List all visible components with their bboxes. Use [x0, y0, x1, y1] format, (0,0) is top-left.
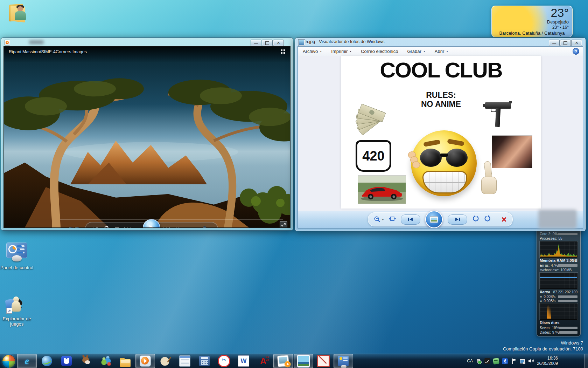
- stop-icon[interactable]: [112, 224, 122, 228]
- bluetooth-icon[interactable]: [502, 358, 508, 364]
- high-low-range: 23° - 16°: [552, 25, 569, 30]
- system-monitor-gadget[interactable]: Core 2: 0% Processes: 55 Memòria RAM 3.0…: [537, 224, 581, 336]
- uzi-gun-image: [484, 97, 513, 131]
- taskbar-button-explorer[interactable]: [116, 354, 135, 368]
- language-indicator[interactable]: CA: [467, 359, 473, 363]
- menu-archivo[interactable]: Archivo▼: [303, 49, 322, 54]
- rotate-ccw-icon[interactable]: [472, 215, 479, 224]
- ram-top-process: svchost.exe:: [540, 268, 559, 272]
- chevron-down-icon: ▼: [382, 218, 384, 221]
- minimize-button[interactable]: —: [549, 40, 560, 46]
- rotate-cw-icon[interactable]: [484, 215, 491, 224]
- next-icon[interactable]: [161, 224, 172, 228]
- show-desktop-button[interactable]: [584, 354, 588, 368]
- taskbar-button-internet-explorer[interactable]: e: [17, 354, 37, 368]
- maximize-button[interactable]: [560, 40, 571, 46]
- desktop-icon-games-explorer[interactable]: ♠ ↗ Explorador de juegos: [0, 294, 34, 327]
- taskbar-button-photo-gallery[interactable]: [273, 354, 293, 368]
- previous-image-button[interactable]: [401, 214, 420, 225]
- menu-grabar[interactable]: Grabar▼: [407, 49, 425, 54]
- safely-remove-hardware-icon[interactable]: [476, 358, 482, 364]
- taskbar-button-notepad[interactable]: [175, 354, 194, 368]
- thumbs-up-image: [481, 161, 497, 194]
- wireless-signal-icon[interactable]: [484, 358, 490, 364]
- zoom-icon[interactable]: + ▼: [374, 216, 384, 223]
- user-folder-icon: [7, 4, 29, 25]
- upload-icon: ∧: [540, 299, 542, 303]
- chevron-down-icon: ▼: [349, 50, 352, 53]
- next-image-button[interactable]: [448, 214, 467, 225]
- internet-explorer-icon: e: [22, 356, 32, 366]
- taskbar-button-messenger[interactable]: [96, 354, 115, 368]
- network-title: Xarxa: [540, 290, 550, 294]
- previous-icon[interactable]: [122, 224, 133, 228]
- taskbar-button-desktop-gadgets[interactable]: [334, 354, 353, 368]
- close-button[interactable]: ✕: [571, 40, 582, 46]
- disk2-value: 97%: [552, 330, 559, 334]
- menu-abrir[interactable]: Abrir▼: [435, 49, 448, 54]
- menu-correo-electronico[interactable]: Correo electrónico: [361, 49, 398, 54]
- taskbar-clock[interactable]: 16:36 26/05/2009: [537, 356, 558, 366]
- taskbar-button-autocad[interactable]: A20 10: [254, 354, 273, 368]
- photo-viewer-titlebar[interactable]: 5.jpg - Visualizador de fotos de Windows…: [295, 38, 586, 46]
- switch-to-library-icon[interactable]: [281, 49, 285, 54]
- play-icon: [149, 225, 154, 228]
- taskbar-button-picture-manager[interactable]: [314, 354, 333, 368]
- processes-value: 55: [558, 237, 562, 240]
- taskbar-button-vuze[interactable]: [57, 354, 76, 368]
- volume-icon[interactable]: [172, 224, 182, 228]
- system-tray: CA 16:36 26/05/2009: [467, 354, 558, 368]
- disks-title: Discs durs: [540, 321, 559, 325]
- network-graph: [540, 304, 578, 320]
- coastal-photo: [4, 47, 290, 227]
- green-globe-browser-icon: [42, 356, 52, 366]
- time: 16:36: [537, 356, 558, 361]
- taskbar-button-photo-viewer[interactable]: [294, 354, 313, 368]
- elapsed-time: 00:00: [69, 226, 79, 228]
- media-player-titlebar[interactable]: — ✕: [1, 38, 293, 46]
- svg-text:+: +: [376, 217, 378, 220]
- weather-gadget[interactable]: 23° Despejado 23° - 16° Barcelona, Catal…: [491, 6, 573, 37]
- seek-bar[interactable]: [60, 219, 283, 220]
- windows-media-player-icon: [140, 355, 151, 367]
- download-rate: 0.00B/s: [544, 295, 555, 299]
- shuffle-icon[interactable]: [91, 224, 101, 228]
- network-icon[interactable]: [519, 358, 525, 364]
- chevron-down-icon: ▼: [320, 50, 322, 53]
- media-player-stage: Ripani Massimo/SIME-4Corners Images 00:0…: [4, 46, 290, 228]
- close-button[interactable]: ✕: [273, 40, 284, 46]
- fit-to-window-icon[interactable]: [389, 216, 396, 223]
- start-button[interactable]: [2, 355, 15, 368]
- slideshow-icon: [430, 216, 438, 223]
- photo-viewer-icon: [297, 355, 310, 367]
- fullscreen-icon[interactable]: [280, 221, 287, 228]
- help-icon[interactable]: ?: [573, 48, 579, 55]
- repeat-icon[interactable]: [101, 224, 112, 228]
- taskbar-button-calculator[interactable]: [195, 354, 214, 368]
- photo-credit-caption: Ripani Massimo/SIME-4Corners Images: [9, 49, 87, 54]
- maximize-button[interactable]: [262, 40, 273, 46]
- games-explorer-label-line2: juegos: [0, 321, 34, 327]
- blurred-title-text: [29, 40, 44, 44]
- disk1-label: Seven:: [540, 326, 551, 330]
- menu-imprimir[interactable]: Imprimir▼: [331, 49, 352, 54]
- taskbar-button-media-player[interactable]: [135, 354, 155, 368]
- taskbar-button-word[interactable]: W: [234, 354, 253, 368]
- green-device-icon[interactable]: [493, 357, 499, 364]
- desktop-icon-control-panel[interactable]: Panel de control: [0, 243, 34, 270]
- desktop-icon-user-folder[interactable]: [1, 4, 35, 26]
- taskbar-button-green-globe-browser[interactable]: [37, 354, 56, 368]
- slideshow-button[interactable]: [425, 211, 443, 228]
- blurred-tooltip: [538, 210, 577, 229]
- shortcut-arrow-icon: ↗: [6, 308, 12, 314]
- taskbar-button-paint[interactable]: [156, 354, 175, 368]
- action-center-flag-icon[interactable]: [511, 358, 517, 364]
- minimize-button[interactable]: —: [251, 40, 261, 46]
- meme-image: COOL CLUB RULES: NO ANIME 4: [341, 56, 541, 209]
- taskbar-button-snipping-tool[interactable]: ✂: [215, 354, 233, 368]
- taskbar-button-emule[interactable]: [77, 354, 96, 368]
- games-explorer-label-line1: Explorador de: [0, 316, 34, 321]
- photo-gallery-icon: [277, 355, 289, 367]
- delete-icon[interactable]: ×: [501, 215, 506, 224]
- speaker-icon[interactable]: [528, 358, 534, 364]
